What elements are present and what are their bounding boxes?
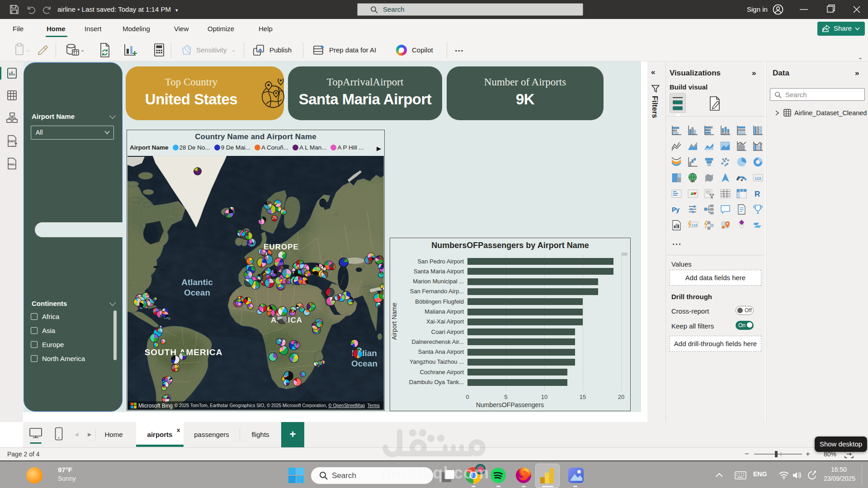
svg-text:Ocean: Ocean (184, 288, 210, 297)
svg-text:R: R (755, 190, 760, 198)
svg-text:123: 123 (692, 223, 698, 227)
svg-text:Py: Py (672, 206, 679, 213)
svg-text:Atlantic: Atlantic (181, 277, 213, 287)
svg-text:Ocean: Ocean (351, 359, 377, 368)
svg-text:123: 123 (755, 176, 761, 181)
svg-text:TMDL: TMDL (8, 163, 16, 166)
svg-text:DAX: DAX (9, 140, 15, 143)
